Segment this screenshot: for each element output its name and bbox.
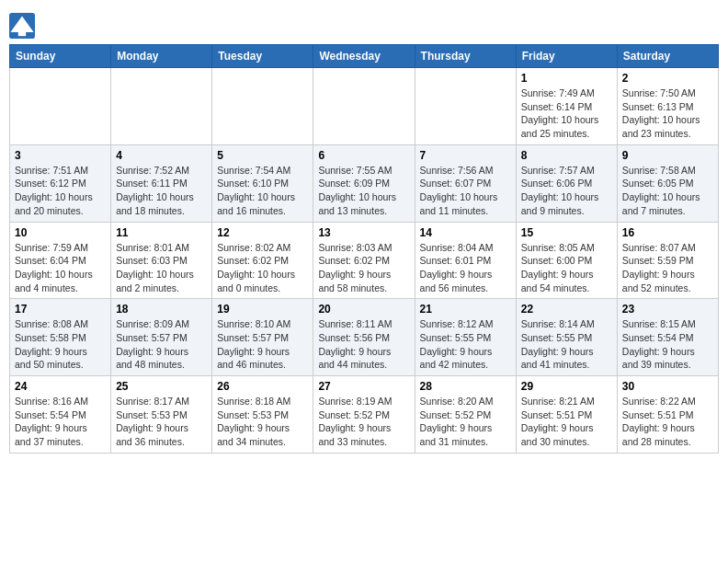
- day-info: Sunrise: 8:04 AM Sunset: 6:01 PM Dayligh…: [420, 241, 511, 295]
- day-header-thursday: Thursday: [415, 45, 516, 68]
- day-number: 29: [521, 380, 612, 393]
- day-info: Sunrise: 7:58 AM Sunset: 6:05 PM Dayligh…: [622, 164, 713, 218]
- day-number: 1: [521, 72, 612, 85]
- day-number: 9: [622, 149, 713, 162]
- day-number: 16: [622, 226, 713, 239]
- calendar-cell: 29Sunrise: 8:21 AM Sunset: 5:51 PM Dayli…: [516, 376, 617, 454]
- day-number: 3: [15, 149, 106, 162]
- calendar-cell: 19Sunrise: 8:10 AM Sunset: 5:57 PM Dayli…: [212, 299, 313, 376]
- day-info: Sunrise: 7:57 AM Sunset: 6:06 PM Dayligh…: [521, 164, 612, 218]
- day-info: Sunrise: 7:51 AM Sunset: 6:12 PM Dayligh…: [15, 164, 106, 218]
- day-number: 14: [420, 226, 511, 239]
- day-info: Sunrise: 8:15 AM Sunset: 5:54 PM Dayligh…: [622, 317, 713, 372]
- day-number: 18: [116, 303, 207, 316]
- day-info: Sunrise: 8:18 AM Sunset: 5:53 PM Dayligh…: [217, 395, 308, 449]
- calendar-cell: 11Sunrise: 8:01 AM Sunset: 6:03 PM Dayli…: [111, 222, 212, 299]
- day-info: Sunrise: 7:59 AM Sunset: 6:04 PM Dayligh…: [15, 241, 106, 295]
- day-info: Sunrise: 8:17 AM Sunset: 5:53 PM Dayligh…: [116, 395, 207, 449]
- day-info: Sunrise: 8:11 AM Sunset: 5:56 PM Dayligh…: [318, 317, 409, 372]
- calendar-cell: 24Sunrise: 8:16 AM Sunset: 5:54 PM Dayli…: [10, 376, 111, 454]
- day-info: Sunrise: 8:05 AM Sunset: 6:00 PM Dayligh…: [521, 241, 612, 295]
- day-number: 4: [116, 149, 207, 162]
- calendar-cell: [212, 68, 313, 145]
- calendar-cell: 27Sunrise: 8:19 AM Sunset: 5:52 PM Dayli…: [313, 376, 415, 454]
- calendar-cell: [313, 68, 415, 145]
- calendar-cell: 23Sunrise: 8:15 AM Sunset: 5:54 PM Dayli…: [617, 299, 718, 376]
- calendar-cell: 15Sunrise: 8:05 AM Sunset: 6:00 PM Dayli…: [516, 222, 617, 299]
- day-info: Sunrise: 8:01 AM Sunset: 6:03 PM Dayligh…: [116, 241, 207, 295]
- calendar-cell: [415, 68, 516, 145]
- calendar-week-row: 17Sunrise: 8:08 AM Sunset: 5:58 PM Dayli…: [10, 299, 719, 376]
- day-number: 15: [521, 226, 612, 239]
- day-number: 12: [217, 226, 308, 239]
- day-number: 24: [15, 380, 106, 393]
- day-header-saturday: Saturday: [617, 45, 718, 68]
- calendar-week-row: 10Sunrise: 7:59 AM Sunset: 6:04 PM Dayli…: [10, 222, 719, 299]
- day-info: Sunrise: 8:09 AM Sunset: 5:57 PM Dayligh…: [116, 317, 207, 372]
- calendar-cell: 20Sunrise: 8:11 AM Sunset: 5:56 PM Dayli…: [313, 299, 415, 376]
- day-number: 8: [521, 149, 612, 162]
- day-number: 21: [420, 303, 511, 316]
- calendar-cell: 13Sunrise: 8:03 AM Sunset: 6:02 PM Dayli…: [313, 222, 415, 299]
- day-number: 27: [318, 380, 409, 393]
- calendar-cell: 30Sunrise: 8:22 AM Sunset: 5:51 PM Dayli…: [617, 376, 718, 454]
- day-header-sunday: Sunday: [10, 45, 111, 68]
- day-header-monday: Monday: [111, 45, 212, 68]
- page-header: [9, 9, 719, 39]
- day-number: 13: [318, 226, 409, 239]
- calendar-cell: [10, 68, 111, 145]
- day-number: 20: [318, 303, 409, 316]
- logo: [9, 13, 37, 39]
- calendar-cell: 5Sunrise: 7:54 AM Sunset: 6:10 PM Daylig…: [212, 144, 313, 222]
- day-info: Sunrise: 7:49 AM Sunset: 6:14 PM Dayligh…: [521, 86, 612, 141]
- day-number: 22: [521, 303, 612, 316]
- day-header-tuesday: Tuesday: [212, 45, 313, 68]
- day-info: Sunrise: 8:02 AM Sunset: 6:02 PM Dayligh…: [217, 241, 308, 295]
- day-info: Sunrise: 8:07 AM Sunset: 5:59 PM Dayligh…: [622, 241, 713, 295]
- day-number: 17: [15, 303, 106, 316]
- day-info: Sunrise: 7:55 AM Sunset: 6:09 PM Dayligh…: [318, 164, 409, 218]
- calendar-table: SundayMondayTuesdayWednesdayThursdayFrid…: [9, 44, 719, 454]
- day-info: Sunrise: 8:21 AM Sunset: 5:51 PM Dayligh…: [521, 395, 612, 449]
- day-info: Sunrise: 7:52 AM Sunset: 6:11 PM Dayligh…: [116, 164, 207, 218]
- day-info: Sunrise: 7:50 AM Sunset: 6:13 PM Dayligh…: [622, 86, 713, 141]
- day-info: Sunrise: 7:54 AM Sunset: 6:10 PM Dayligh…: [217, 164, 308, 218]
- calendar-cell: 26Sunrise: 8:18 AM Sunset: 5:53 PM Dayli…: [212, 376, 313, 454]
- day-number: 6: [318, 149, 409, 162]
- calendar-cell: 6Sunrise: 7:55 AM Sunset: 6:09 PM Daylig…: [313, 144, 415, 222]
- calendar-cell: 16Sunrise: 8:07 AM Sunset: 5:59 PM Dayli…: [617, 222, 718, 299]
- calendar-week-row: 24Sunrise: 8:16 AM Sunset: 5:54 PM Dayli…: [10, 376, 719, 454]
- calendar-header-row: SundayMondayTuesdayWednesdayThursdayFrid…: [10, 45, 719, 68]
- day-info: Sunrise: 8:20 AM Sunset: 5:52 PM Dayligh…: [420, 395, 511, 449]
- day-info: Sunrise: 8:14 AM Sunset: 5:55 PM Dayligh…: [521, 317, 612, 372]
- day-number: 5: [217, 149, 308, 162]
- calendar-cell: 28Sunrise: 8:20 AM Sunset: 5:52 PM Dayli…: [415, 376, 516, 454]
- day-info: Sunrise: 8:19 AM Sunset: 5:52 PM Dayligh…: [318, 395, 409, 449]
- day-header-wednesday: Wednesday: [313, 45, 415, 68]
- calendar-cell: 9Sunrise: 7:58 AM Sunset: 6:05 PM Daylig…: [617, 144, 718, 222]
- calendar-cell: 10Sunrise: 7:59 AM Sunset: 6:04 PM Dayli…: [10, 222, 111, 299]
- day-number: 2: [622, 72, 713, 85]
- calendar-cell: [111, 68, 212, 145]
- calendar-cell: 2Sunrise: 7:50 AM Sunset: 6:13 PM Daylig…: [617, 68, 718, 145]
- calendar-cell: 4Sunrise: 7:52 AM Sunset: 6:11 PM Daylig…: [111, 144, 212, 222]
- day-number: 25: [116, 380, 207, 393]
- calendar-cell: 18Sunrise: 8:09 AM Sunset: 5:57 PM Dayli…: [111, 299, 212, 376]
- day-number: 10: [15, 226, 106, 239]
- calendar-cell: 25Sunrise: 8:17 AM Sunset: 5:53 PM Dayli…: [111, 376, 212, 454]
- calendar-week-row: 1Sunrise: 7:49 AM Sunset: 6:14 PM Daylig…: [10, 68, 719, 145]
- calendar-cell: 17Sunrise: 8:08 AM Sunset: 5:58 PM Dayli…: [10, 299, 111, 376]
- calendar-cell: 7Sunrise: 7:56 AM Sunset: 6:07 PM Daylig…: [415, 144, 516, 222]
- calendar-cell: 3Sunrise: 7:51 AM Sunset: 6:12 PM Daylig…: [10, 144, 111, 222]
- calendar-cell: 8Sunrise: 7:57 AM Sunset: 6:06 PM Daylig…: [516, 144, 617, 222]
- day-info: Sunrise: 7:56 AM Sunset: 6:07 PM Dayligh…: [420, 164, 511, 218]
- day-header-friday: Friday: [516, 45, 617, 68]
- day-info: Sunrise: 8:03 AM Sunset: 6:02 PM Dayligh…: [318, 241, 409, 295]
- day-number: 19: [217, 303, 308, 316]
- day-info: Sunrise: 8:16 AM Sunset: 5:54 PM Dayligh…: [15, 395, 106, 449]
- day-info: Sunrise: 8:10 AM Sunset: 5:57 PM Dayligh…: [217, 317, 308, 372]
- day-info: Sunrise: 8:08 AM Sunset: 5:58 PM Dayligh…: [15, 317, 106, 372]
- calendar-cell: 22Sunrise: 8:14 AM Sunset: 5:55 PM Dayli…: [516, 299, 617, 376]
- calendar-cell: 21Sunrise: 8:12 AM Sunset: 5:55 PM Dayli…: [415, 299, 516, 376]
- day-number: 11: [116, 226, 207, 239]
